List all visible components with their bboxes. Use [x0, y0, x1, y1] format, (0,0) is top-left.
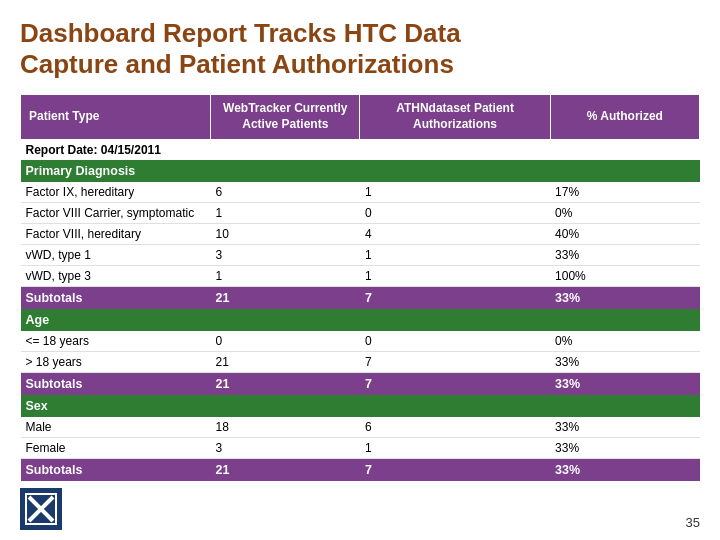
- cell-label-0-4: vWD, type 3: [21, 265, 211, 286]
- cell-label-0-1: Factor VIII Carrier, symptomatic: [21, 202, 211, 223]
- report-date-cell: Report Date: 04/15/2011: [21, 139, 700, 160]
- logo-box: [20, 488, 62, 530]
- cell-webtracker-0-4: 1: [211, 265, 360, 286]
- data-row-1-1: > 18 years 21 7 33%: [21, 351, 700, 372]
- col-header-webtracker: WebTracker Currently Active Patients: [211, 95, 360, 139]
- cell-percent-2-1: 33%: [550, 437, 699, 458]
- subtotal-athn-2: 7: [360, 458, 550, 481]
- data-row-0-4: vWD, type 3 1 1 100%: [21, 265, 700, 286]
- cell-percent-0-1: 0%: [550, 202, 699, 223]
- cell-webtracker-0-3: 3: [211, 244, 360, 265]
- subtotal-label-2: Subtotals: [21, 458, 211, 481]
- cell-athn-0-0: 1: [360, 182, 550, 203]
- cell-percent-0-2: 40%: [550, 223, 699, 244]
- data-row-0-1: Factor VIII Carrier, symptomatic 1 0 0%: [21, 202, 700, 223]
- cell-webtracker-0-2: 10: [211, 223, 360, 244]
- title-line1: Dashboard Report Tracks HTC Data: [20, 18, 461, 48]
- data-row-1-0: <= 18 years 0 0 0%: [21, 331, 700, 352]
- subtotal-webtracker-1: 21: [211, 372, 360, 395]
- section-label-1: Age: [21, 309, 700, 331]
- cell-athn-0-3: 1: [360, 244, 550, 265]
- cell-athn-2-0: 6: [360, 417, 550, 438]
- subtotal-label-1: Subtotals: [21, 372, 211, 395]
- data-row-0-3: vWD, type 1 3 1 33%: [21, 244, 700, 265]
- page-number: 35: [686, 515, 700, 530]
- subtotal-athn-0: 7: [360, 286, 550, 309]
- cell-label-2-1: Female: [21, 437, 211, 458]
- section-label-2: Sex: [21, 395, 700, 417]
- report-date-row: Report Date: 04/15/2011: [21, 139, 700, 160]
- data-row-2-1: Female 3 1 33%: [21, 437, 700, 458]
- subtotal-percent-1: 33%: [550, 372, 699, 395]
- cell-percent-0-4: 100%: [550, 265, 699, 286]
- section-header-0: Primary Diagnosis: [21, 160, 700, 182]
- col-header-athn: ATHNdataset Patient Authorizations: [360, 95, 550, 139]
- cell-athn-2-1: 1: [360, 437, 550, 458]
- cell-webtracker-0-0: 6: [211, 182, 360, 203]
- title-line2: Capture and Patient Authorizations: [20, 49, 454, 79]
- section-label-0: Primary Diagnosis: [21, 160, 700, 182]
- subtotal-webtracker-0: 21: [211, 286, 360, 309]
- col-header-patient-type: Patient Type: [21, 95, 211, 139]
- cell-webtracker-1-0: 0: [211, 331, 360, 352]
- subtotal-athn-1: 7: [360, 372, 550, 395]
- cell-webtracker-0-1: 1: [211, 202, 360, 223]
- section-header-2: Sex: [21, 395, 700, 417]
- cell-label-1-1: > 18 years: [21, 351, 211, 372]
- logo-inner: [25, 493, 57, 525]
- data-table: Patient Type WebTracker Currently Active…: [20, 94, 700, 480]
- cell-athn-0-4: 1: [360, 265, 550, 286]
- cell-athn-1-0: 0: [360, 331, 550, 352]
- cell-percent-1-0: 0%: [550, 331, 699, 352]
- cell-athn-0-2: 4: [360, 223, 550, 244]
- table-wrapper: Patient Type WebTracker Currently Active…: [20, 94, 700, 480]
- subtotal-row-0: Subtotals 21 7 33%: [21, 286, 700, 309]
- subtotal-percent-2: 33%: [550, 458, 699, 481]
- subtotal-row-1: Subtotals 21 7 33%: [21, 372, 700, 395]
- subtotal-row-2: Subtotals 21 7 33%: [21, 458, 700, 481]
- data-row-0-2: Factor VIII, hereditary 10 4 40%: [21, 223, 700, 244]
- data-row-2-0: Male 18 6 33%: [21, 417, 700, 438]
- section-header-1: Age: [21, 309, 700, 331]
- cell-webtracker-1-1: 21: [211, 351, 360, 372]
- cell-percent-0-3: 33%: [550, 244, 699, 265]
- cell-label-0-3: vWD, type 1: [21, 244, 211, 265]
- data-row-0-0: Factor IX, hereditary 6 1 17%: [21, 182, 700, 203]
- cell-label-1-0: <= 18 years: [21, 331, 211, 352]
- cell-percent-0-0: 17%: [550, 182, 699, 203]
- col-header-percent: % Authorized: [550, 95, 699, 139]
- cell-percent-2-0: 33%: [550, 417, 699, 438]
- cell-label-2-0: Male: [21, 417, 211, 438]
- page-container: Dashboard Report Tracks HTC Data Capture…: [0, 0, 720, 540]
- subtotal-percent-0: 33%: [550, 286, 699, 309]
- subtotal-label-0: Subtotals: [21, 286, 211, 309]
- cell-label-0-2: Factor VIII, hereditary: [21, 223, 211, 244]
- subtotal-webtracker-2: 21: [211, 458, 360, 481]
- cell-percent-1-1: 33%: [550, 351, 699, 372]
- cell-athn-1-1: 7: [360, 351, 550, 372]
- logo-svg: [25, 493, 57, 525]
- table-header-row: Patient Type WebTracker Currently Active…: [21, 95, 700, 139]
- page-title: Dashboard Report Tracks HTC Data Capture…: [20, 18, 700, 80]
- cell-webtracker-2-1: 3: [211, 437, 360, 458]
- cell-webtracker-2-0: 18: [211, 417, 360, 438]
- cell-athn-0-1: 0: [360, 202, 550, 223]
- cell-label-0-0: Factor IX, hereditary: [21, 182, 211, 203]
